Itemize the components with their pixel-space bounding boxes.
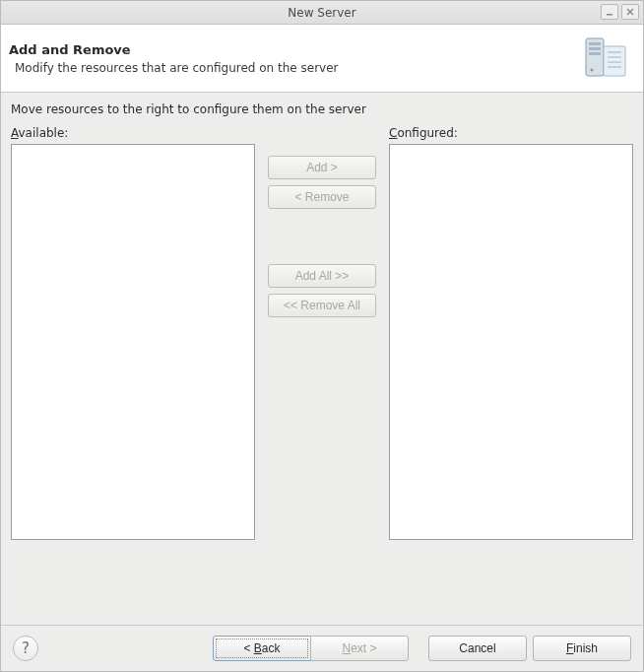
transfer-lists: Available: Add > < Remove Add All >> << …: [11, 126, 633, 540]
new-server-wizard: New Server Add and Remove Modify the res…: [0, 0, 644, 672]
available-label: Available:: [11, 126, 255, 140]
page-description: Modify the resources that are configured…: [9, 61, 582, 75]
configured-column: Configured:: [389, 126, 633, 540]
finish-button[interactable]: Finish: [533, 636, 631, 661]
close-icon: [626, 8, 634, 16]
svg-rect-4: [589, 42, 601, 45]
add-button[interactable]: Add >: [268, 156, 376, 179]
cancel-button[interactable]: Cancel: [428, 636, 527, 661]
wizard-content: Move resources to the right to configure…: [1, 93, 643, 625]
window-title: New Server: [1, 6, 643, 20]
help-icon: ?: [22, 639, 30, 657]
nav-button-pair: < Back Next >: [213, 636, 409, 661]
server-icon: [582, 34, 629, 82]
close-button[interactable]: [621, 4, 639, 20]
help-button[interactable]: ?: [13, 636, 38, 661]
wizard-header: Add and Remove Modify the resources that…: [1, 25, 643, 93]
wizard-footer: ? < Back Next > Cancel Finish: [1, 625, 643, 671]
page-title: Add and Remove: [9, 42, 582, 57]
wizard-header-text: Add and Remove Modify the resources that…: [9, 42, 582, 75]
minimize-icon: [606, 8, 613, 16]
remove-button[interactable]: < Remove: [268, 185, 376, 209]
configured-label: Configured:: [389, 126, 633, 140]
svg-point-7: [591, 69, 594, 72]
svg-rect-0: [607, 14, 612, 16]
available-listbox[interactable]: [11, 144, 255, 540]
transfer-buttons: Add > < Remove Add All >> << Remove All: [255, 126, 389, 323]
configured-listbox[interactable]: [389, 144, 633, 540]
back-button[interactable]: < Back: [213, 636, 311, 661]
remove-all-button[interactable]: << Remove All: [268, 294, 376, 317]
minimize-button[interactable]: [601, 4, 618, 20]
svg-rect-8: [604, 46, 625, 76]
next-button[interactable]: Next >: [310, 636, 409, 661]
titlebar: New Server: [1, 1, 643, 25]
available-column: Available:: [11, 126, 255, 540]
add-all-button[interactable]: Add All >>: [268, 264, 376, 288]
svg-rect-6: [589, 52, 601, 55]
window-controls: [601, 4, 639, 20]
svg-rect-5: [589, 47, 601, 50]
instruction-text: Move resources to the right to configure…: [11, 102, 633, 116]
